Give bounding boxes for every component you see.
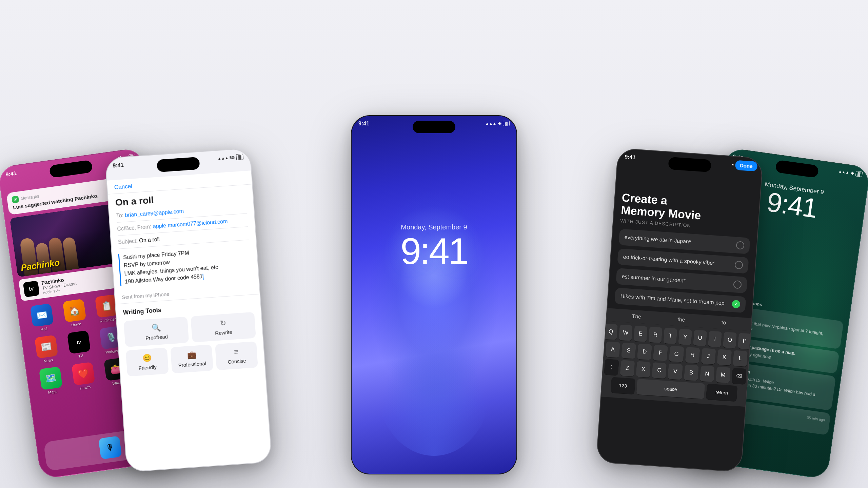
proofread-button[interactable]: 🔍 Proofread bbox=[123, 317, 189, 347]
siri-icon: 🎙 bbox=[98, 436, 122, 460]
key-n[interactable]: N bbox=[699, 366, 714, 382]
status-icons-5: ▲▲▲ ◈ ▓ bbox=[838, 168, 863, 177]
app-health[interactable]: ❤️ Health bbox=[71, 362, 96, 391]
phone-blue-center: 9:41 ▲▲▲ ◈ ▓ Monday, September 9 9:41 bbox=[351, 115, 517, 474]
key-q[interactable]: Q bbox=[604, 323, 618, 340]
professional-label: Professional bbox=[178, 361, 206, 368]
prompt-1-text: everything we ate in Japan* bbox=[624, 234, 691, 245]
key-m[interactable]: M bbox=[715, 367, 730, 383]
key-s[interactable]: S bbox=[621, 342, 636, 359]
appletv-icon: tv bbox=[23, 281, 40, 298]
subject-value: On a roll bbox=[139, 236, 160, 243]
dock-siri[interactable]: 🎙 bbox=[98, 436, 122, 460]
key-b[interactable]: B bbox=[684, 364, 698, 381]
concise-label: Concise bbox=[228, 358, 246, 365]
key-delete[interactable]: ⌫ bbox=[731, 368, 746, 384]
tv-icon: tv bbox=[67, 330, 91, 354]
status-bar-3: 9:41 ▲▲▲ ◈ ▓ bbox=[352, 116, 516, 136]
notif-app: Messages bbox=[20, 194, 39, 201]
key-t[interactable]: T bbox=[663, 328, 677, 344]
prompt-3-text: est summer in our garden* bbox=[622, 273, 686, 284]
mail-label: Mail bbox=[40, 326, 48, 331]
key-d[interactable]: D bbox=[637, 343, 652, 360]
check-2 bbox=[734, 261, 743, 269]
battery-3: ▓ bbox=[503, 121, 510, 126]
key-j[interactable]: J bbox=[701, 348, 716, 365]
autocomplete-the[interactable]: the bbox=[677, 316, 685, 323]
key-z[interactable]: Z bbox=[620, 360, 635, 377]
key-l[interactable]: L bbox=[733, 350, 748, 367]
health-icon: ❤️ bbox=[71, 362, 95, 386]
phone2-content: Cancel On a roll To: brian_carey@apple.c… bbox=[107, 170, 271, 472]
health-label: Health bbox=[80, 385, 91, 390]
key-y[interactable]: Y bbox=[678, 329, 692, 345]
key-space[interactable]: space bbox=[636, 379, 705, 399]
key-x[interactable]: X bbox=[636, 361, 651, 378]
key-o[interactable]: O bbox=[723, 332, 737, 348]
writing-tools-grid-3: 😊 Friendly 💼 Professional ≡ Concise bbox=[126, 341, 258, 377]
time-3: 9:41 bbox=[358, 121, 369, 127]
wifi-5: ◈ bbox=[851, 170, 854, 176]
to-label: To: bbox=[116, 212, 125, 219]
email-body-inner: Sushi my place Friday 7PM RSVP by tomorr… bbox=[119, 245, 252, 286]
to-value: brian_carey@apple.com bbox=[125, 208, 184, 218]
app-maps[interactable]: 🗺️ Maps bbox=[39, 366, 63, 395]
key-r[interactable]: R bbox=[648, 327, 662, 343]
key-return[interactable]: return bbox=[706, 384, 737, 401]
signal-3: ▲▲▲ bbox=[485, 121, 496, 125]
home-label: Home bbox=[71, 322, 82, 327]
concise-icon: ≡ bbox=[234, 347, 239, 357]
news-icon: 📰 bbox=[35, 335, 58, 359]
show-details: Pachinko TV Show · Drama Apple TV+ bbox=[41, 275, 78, 295]
app-mail[interactable]: ✉️ Mail bbox=[30, 303, 55, 332]
cc-value: apple.marcom077@icloud.com bbox=[153, 218, 228, 229]
rewrite-label: Rewrite bbox=[215, 329, 233, 336]
friendly-button[interactable]: 😊 Friendly bbox=[126, 348, 169, 377]
key-v[interactable]: V bbox=[668, 363, 683, 380]
messages-icon: ✉ bbox=[12, 196, 19, 203]
orb-bottom bbox=[387, 343, 481, 438]
key-k[interactable]: K bbox=[717, 349, 732, 366]
key-i[interactable]: I bbox=[708, 331, 722, 347]
app-home[interactable]: 🏠 Home bbox=[62, 299, 87, 328]
maps-icon: 🗺️ bbox=[39, 366, 63, 390]
key-w[interactable]: W bbox=[619, 325, 633, 341]
time-1: 9:41 bbox=[5, 170, 17, 178]
check-3 bbox=[733, 280, 742, 289]
status-icons-2: ▲▲▲ 5G ▓ bbox=[217, 154, 243, 162]
key-shift[interactable]: ⇧ bbox=[604, 359, 619, 375]
home-icon: 🏠 bbox=[62, 299, 86, 323]
subject-label: Subject: bbox=[118, 238, 139, 245]
text-cursor bbox=[202, 273, 203, 280]
key-f[interactable]: F bbox=[653, 345, 668, 361]
writing-tools-grid: 🔍 Proofread ↻ Rewrite bbox=[123, 312, 256, 347]
memory-movie-section: Create aMemory Movie WITH JUST A DESCRIP… bbox=[607, 184, 760, 318]
key-h[interactable]: H bbox=[685, 347, 700, 363]
key-u[interactable]: U bbox=[693, 330, 707, 346]
key-p[interactable]: P bbox=[738, 333, 752, 349]
key-123[interactable]: 123 bbox=[611, 377, 635, 394]
key-g[interactable]: G bbox=[669, 346, 684, 362]
prompt-2-text: eo trick-or-treating with a spooky vibe* bbox=[623, 254, 715, 266]
professional-button[interactable]: 💼 Professional bbox=[170, 344, 213, 373]
cancel-button[interactable]: Cancel bbox=[114, 183, 132, 191]
lockscreen-hour: 9:41 bbox=[352, 232, 516, 270]
app-tv[interactable]: tv TV bbox=[67, 330, 91, 360]
phone3-screen: 9:41 ▲▲▲ ◈ ▓ Monday, September 9 9:41 bbox=[352, 116, 516, 474]
concise-button[interactable]: ≡ Concise bbox=[215, 341, 258, 370]
key-e[interactable]: E bbox=[634, 326, 648, 342]
cc-label: Cc/Bcc, From: bbox=[117, 224, 153, 232]
lockscreen-time: Monday, September 9 9:41 bbox=[352, 223, 516, 270]
key-c[interactable]: C bbox=[652, 362, 667, 379]
news-label: News bbox=[43, 358, 53, 363]
wifi-3: ◈ bbox=[498, 121, 501, 126]
proofread-label: Proofread bbox=[145, 333, 168, 341]
autocomplete-the-cap[interactable]: The bbox=[632, 313, 642, 320]
signal-5: ▲▲▲ bbox=[838, 169, 849, 175]
app-news[interactable]: 📰 News bbox=[35, 335, 59, 364]
autocomplete-to[interactable]: to bbox=[721, 319, 726, 326]
time-4: 9:41 bbox=[625, 154, 636, 161]
rewrite-button[interactable]: ↻ Rewrite bbox=[191, 312, 256, 342]
done-button[interactable]: Done bbox=[735, 160, 757, 171]
key-a[interactable]: A bbox=[605, 341, 620, 358]
